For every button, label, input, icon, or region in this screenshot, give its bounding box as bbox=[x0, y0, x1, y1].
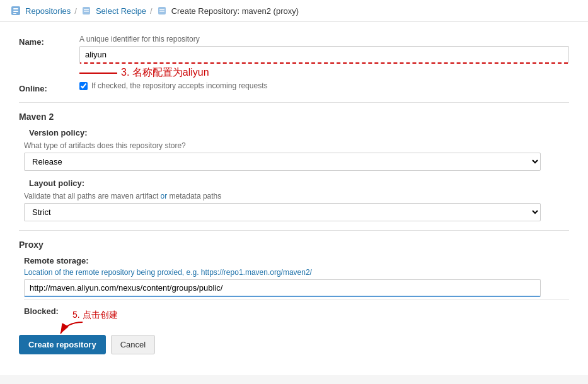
remote-storage-hint: Location of the remote repository being … bbox=[24, 268, 569, 277]
version-policy-heading: Version policy: bbox=[24, 128, 569, 137]
online-field: If checked, the repository accepts incom… bbox=[79, 81, 569, 90]
name-annotation: 3. 名称配置为aliyun bbox=[121, 66, 209, 79]
name-field: A unique identifier for this repository … bbox=[79, 35, 569, 64]
remote-storage-input[interactable] bbox=[24, 279, 541, 297]
remote-storage-wrapper: 4. 填写阿里中央仓库地址 bbox=[24, 279, 541, 297]
version-policy-hint: What type of artifacts does this reposit… bbox=[24, 141, 569, 150]
blocked-label: Blocked: bbox=[24, 300, 569, 316]
svg-rect-2 bbox=[13, 11, 18, 12]
svg-rect-9 bbox=[159, 11, 164, 12]
svg-rect-1 bbox=[13, 8, 18, 9]
breadcrumb-bar: Repositories / Select Recipe / Create Re… bbox=[0, 0, 588, 22]
svg-rect-3 bbox=[13, 13, 16, 14]
select-recipe-icon bbox=[81, 5, 92, 16]
remote-storage-label: Remote storage: bbox=[24, 256, 569, 265]
layout-policy-select[interactable]: Strict Permissive bbox=[24, 203, 541, 221]
select-recipe-link[interactable]: Select Recipe bbox=[96, 6, 146, 16]
svg-rect-8 bbox=[159, 9, 164, 10]
separator-1: / bbox=[74, 6, 77, 16]
name-label: Name: bbox=[19, 35, 69, 47]
remote-storage-example-link[interactable]: https://repo1.maven.org/maven2/ bbox=[201, 268, 312, 277]
repositories-icon bbox=[10, 5, 21, 16]
proxy-section-heading: Proxy bbox=[19, 240, 569, 250]
proxy-section: Remote storage: Location of the remote r… bbox=[19, 256, 569, 316]
layout-policy-heading: Layout policy: bbox=[24, 178, 569, 188]
repositories-link[interactable]: Repositories bbox=[25, 6, 71, 16]
main-content: Name: A unique identifier for this repos… bbox=[0, 22, 588, 375]
layout-policy-section: Layout policy: Validate that all paths a… bbox=[19, 178, 569, 221]
divider-2 bbox=[19, 230, 569, 231]
divider-1 bbox=[19, 102, 569, 103]
cancel-button[interactable]: Cancel bbox=[111, 335, 155, 354]
separator-2: / bbox=[150, 6, 153, 16]
version-policy-section: Version policy: What type of artifacts d… bbox=[19, 128, 569, 171]
create-repository-button[interactable]: Create repository bbox=[19, 335, 106, 354]
name-input[interactable] bbox=[79, 46, 569, 64]
online-hint: If checked, the repository accepts incom… bbox=[91, 81, 267, 90]
svg-rect-6 bbox=[84, 11, 89, 12]
maven2-section-heading: Maven 2 bbox=[19, 112, 569, 122]
layout-artifact-link[interactable]: or bbox=[161, 192, 168, 201]
svg-rect-5 bbox=[84, 9, 89, 10]
page-title: Create Repository: maven2 (proxy) bbox=[171, 6, 299, 16]
create-repo-icon bbox=[156, 5, 168, 16]
buttons-row: 5. 点击创建 Create repository Cancel bbox=[19, 335, 569, 354]
online-checkbox[interactable] bbox=[79, 82, 88, 90]
name-row: Name: A unique identifier for this repos… bbox=[19, 35, 569, 64]
name-hint: A unique identifier for this repository bbox=[79, 35, 569, 44]
layout-policy-hint: Validate that all paths are maven artifa… bbox=[24, 192, 569, 201]
online-row: Online: If checked, the repository accep… bbox=[19, 81, 569, 93]
online-label: Online: bbox=[19, 81, 69, 93]
version-policy-select[interactable]: Release Snapshot Mixed bbox=[24, 153, 541, 171]
